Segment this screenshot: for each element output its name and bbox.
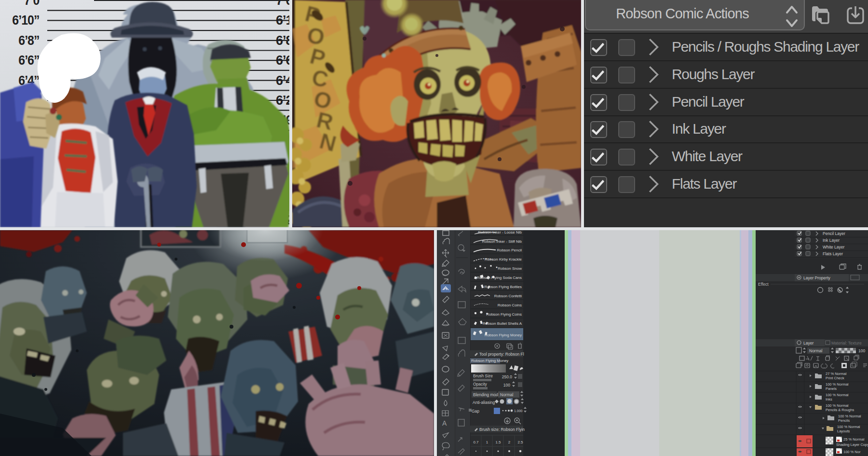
svg-text:Layer Property: Layer Property [803, 276, 830, 280]
svg-text:Pencils: Pencils [838, 418, 850, 423]
svg-text:Robson Snow: Robson Snow [498, 266, 522, 271]
svg-text:Blending mode: Blending mode [473, 392, 501, 397]
svg-text:2: 2 [508, 440, 511, 444]
svg-text:7’0: 7’0 [24, 0, 40, 7]
svg-text:250.0: 250.0 [502, 374, 513, 379]
svg-text:Robson Flying Soda Cans: Robson Flying Soda Cans [477, 276, 522, 280]
svg-text:0.7: 0.7 [473, 440, 479, 444]
svg-text:Anti-aliasing: Anti-aliasing [473, 400, 495, 405]
svg-text:Robson Coins: Robson Coins [498, 303, 522, 307]
svg-text:Opacity: Opacity [473, 382, 488, 387]
svg-text:2.5: 2.5 [517, 440, 523, 444]
svg-text:Brush size: Robson Flyin: Brush size: Robson Flyin [479, 427, 525, 432]
svg-text:Inks: Inks [826, 397, 832, 401]
svg-text:Robson Flying Coins: Robson Flying Coins [486, 312, 522, 317]
svg-text:100 % Normal: 100 % Normal [837, 425, 860, 429]
svg-text:6’2”: 6’2” [276, 93, 289, 108]
svg-text:Robson Pencil: Robson Pencil [497, 248, 522, 252]
svg-text:Gap: Gap [472, 409, 479, 414]
svg-text:1.5: 1.5 [495, 440, 501, 444]
svg-text:6’8”: 6’8” [276, 33, 289, 48]
svg-text:Panels: Panels [826, 387, 837, 391]
svg-text:Robson Bullet Shells A: Robson Bullet Shells A [483, 321, 522, 326]
svg-text:A: A [442, 419, 447, 427]
svg-text:6’8”: 6’8” [18, 33, 39, 47]
svg-text:7’0: 7’0 [276, 0, 289, 8]
svg-text:Material: Texture: Material: Texture [831, 341, 862, 345]
svg-text:1: 1 [486, 440, 488, 444]
svg-text:6’10”: 6’10” [276, 13, 289, 28]
svg-text:Robson Flying Money: Robson Flying Money [485, 333, 522, 337]
svg-text:Pencil Layer: Pencil Layer [823, 231, 845, 236]
svg-text:Ink Layer: Ink Layer [823, 238, 840, 243]
svg-text:100 % Normal: 100 % Normal [826, 382, 849, 387]
svg-text:25 % Normal: 25 % Normal [843, 437, 865, 442]
svg-text:6’4”: 6’4” [276, 73, 289, 88]
svg-text:Shading Layer Copy: Shading Layer Copy [836, 442, 868, 447]
svg-text:Layouts: Layouts [837, 429, 850, 433]
svg-text:100 % Normal: 100 % Normal [826, 403, 849, 408]
svg-text:Normal: Normal [809, 348, 823, 353]
svg-text:White Layer: White Layer [823, 245, 845, 249]
svg-text:6’6”: 6’6” [276, 53, 289, 68]
svg-text:Robson Confetti: Robson Confetti [494, 294, 522, 298]
svg-text:27 % Normal: 27 % Normal [826, 372, 847, 376]
svg-text:Robson Flying Money: Robson Flying Money [471, 359, 508, 363]
svg-text:100: 100 [503, 383, 510, 387]
svg-text:Brush Size: Brush Size [473, 373, 493, 378]
svg-text:Robson Flying Bottles: Robson Flying Bottles [484, 285, 522, 289]
svg-text:100 % Nor: 100 % Nor [843, 450, 861, 454]
svg-text:Robson Inker - Loose Nib: Robson Inker - Loose Nib [478, 230, 522, 235]
svg-text:Effect: Effect [758, 282, 769, 287]
svg-text:6’10”: 6’10” [12, 13, 39, 27]
svg-text:100 % Normal: 100 % Normal [826, 393, 849, 397]
svg-text:Print Check: Print Check [826, 376, 844, 380]
svg-text:Layer: Layer [803, 341, 814, 345]
svg-text:Tool property: Robson Fl: Tool property: Robson Fl [479, 352, 524, 357]
svg-text:100 % Normal: 100 % Normal [838, 414, 861, 418]
svg-text:6’6”: 6’6” [18, 53, 39, 67]
svg-text:Pencils & Roughs: Pencils & Roughs [826, 408, 854, 412]
svg-text:Normal: Normal [500, 392, 514, 397]
svg-text:100: 100 [858, 348, 865, 353]
svg-text:1.000: 1.000 [514, 409, 523, 413]
svg-text:Flats Layer: Flats Layer [823, 251, 843, 256]
svg-text:Robson Kirby Krackle: Robson Kirby Krackle [485, 257, 522, 262]
svg-text:Robson Inker - Stiff Nib: Robson Inker - Stiff Nib [482, 239, 522, 244]
